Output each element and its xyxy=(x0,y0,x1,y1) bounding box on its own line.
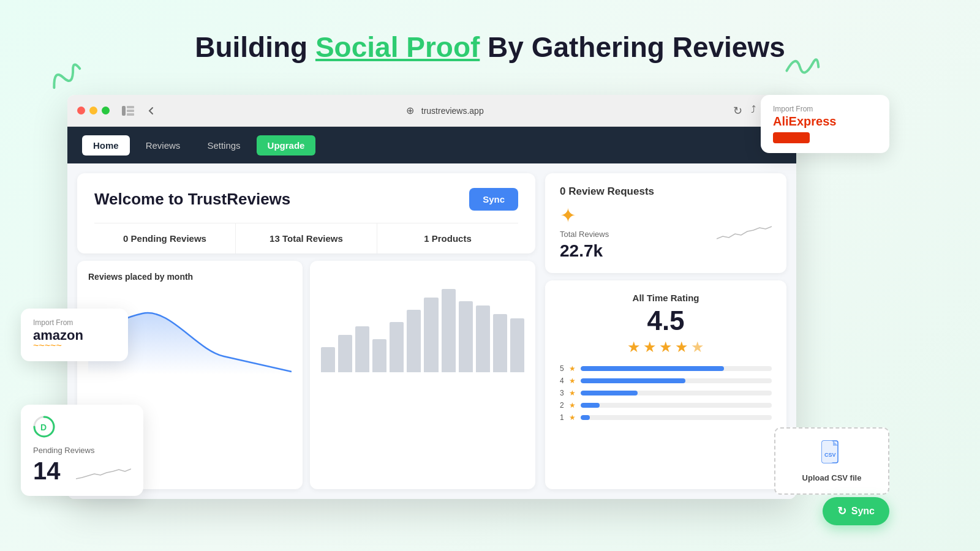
sync-float-icon: ↻ xyxy=(837,504,846,518)
line-chart-title: Reviews placed by month xyxy=(88,272,292,282)
bar-level-4: 4 xyxy=(560,377,564,385)
aliexpress-import-card[interactable]: Import From AliExpress xyxy=(761,95,889,153)
aliexpress-btn xyxy=(773,132,810,143)
svg-rect-2 xyxy=(127,110,134,112)
rating-label: All Time Rating xyxy=(560,293,772,303)
bar-fill-1 xyxy=(581,415,590,420)
sync-float-button[interactable]: ↻ Sync xyxy=(823,497,889,525)
star-5-half: ★ xyxy=(691,339,704,356)
bar-1 xyxy=(321,347,335,372)
browser-back-icon[interactable] xyxy=(146,106,156,116)
welcome-title: Welcome to TrustReviews xyxy=(94,190,290,209)
rating-bar-5: 5 ★ xyxy=(560,364,772,373)
star-icon-5: ★ xyxy=(569,364,576,373)
star-1: ★ xyxy=(627,339,641,356)
rating-card: All Time Rating 4.5 ★ ★ ★ ★ ★ 5 ★ xyxy=(545,280,786,489)
bar-chart-title xyxy=(321,272,524,282)
bar-chart-card xyxy=(310,261,535,489)
rating-bar-1: 1 ★ xyxy=(560,413,772,422)
pending-reviews-value: 14 xyxy=(33,457,61,485)
charts-row: Reviews placed by month xyxy=(77,261,535,489)
bar-4 xyxy=(372,339,386,372)
bar-8 xyxy=(442,289,456,372)
rating-bar-2: 2 ★ xyxy=(560,401,772,410)
bar-track-4 xyxy=(581,378,772,383)
browser-sidebar-icon[interactable] xyxy=(122,106,134,116)
svg-text:CSV: CSV xyxy=(824,452,836,458)
star-4: ★ xyxy=(675,339,688,356)
bar-10 xyxy=(476,305,490,372)
tl-red[interactable] xyxy=(77,107,85,114)
amazon-import-label: Import From xyxy=(33,318,116,327)
rating-bar-4: 4 ★ xyxy=(560,377,772,385)
bar-9 xyxy=(459,301,473,372)
stars-display: ★ ★ ★ ★ ★ xyxy=(560,339,772,356)
bar-track-1 xyxy=(581,415,772,420)
rating-bar-3: 3 ★ xyxy=(560,389,772,397)
bar-level-3: 3 xyxy=(560,389,564,397)
bar-7 xyxy=(424,298,438,372)
stat-products: 1 Products xyxy=(377,223,518,253)
review-requests-card: 0 Review Requests ✦ Total Reviews 22.7k xyxy=(545,173,786,273)
csv-icon: CSV xyxy=(786,440,877,468)
bar-fill-2 xyxy=(581,403,600,408)
tl-yellow[interactable] xyxy=(89,107,97,114)
bar-fill-3 xyxy=(581,391,638,395)
hero-title: Building Social Proof By Gathering Revie… xyxy=(0,31,980,64)
sync-float-label: Sync xyxy=(851,506,875,517)
nav-upgrade[interactable]: Upgrade xyxy=(257,135,316,156)
amazon-import-card[interactable]: Import From amazon ~~~~~ xyxy=(21,309,128,361)
star-icon-3: ★ xyxy=(569,389,576,397)
csv-upload-label: Upload CSV file xyxy=(786,473,877,482)
rating-value: 4.5 xyxy=(560,305,772,336)
bar-2 xyxy=(338,335,352,372)
bar-level-1: 1 xyxy=(560,413,564,422)
bar-5 xyxy=(390,322,404,372)
bar-12 xyxy=(510,318,524,372)
bar-6 xyxy=(407,310,421,372)
refresh-icon[interactable]: ↻ xyxy=(733,104,742,118)
aliexpress-import-label: Import From xyxy=(773,105,877,113)
stat-pending: 0 Pending Reviews xyxy=(94,223,236,253)
total-reviews-label: Total Reviews xyxy=(560,230,609,239)
star-icon-2: ★ xyxy=(569,401,576,410)
csv-upload-card[interactable]: CSV Upload CSV file xyxy=(774,427,889,495)
bar-level-5: 5 xyxy=(560,364,564,373)
pending-reviews-card: D Pending Reviews 14 xyxy=(21,405,143,496)
total-reviews-section: ✦ Total Reviews 22.7k xyxy=(560,204,609,261)
bar-level-2: 2 xyxy=(560,401,564,410)
pending-reviews-label: Pending Reviews xyxy=(33,446,131,455)
browser-url-bar[interactable]: ⊕ trustreviews.app xyxy=(164,105,726,116)
main-content: Welcome to TrustReviews Sync 0 Pending R… xyxy=(67,163,796,499)
sync-button[interactable]: Sync xyxy=(469,188,518,211)
star-icon-1: ★ xyxy=(569,413,576,422)
right-panel: 0 Review Requests ✦ Total Reviews 22.7k … xyxy=(545,173,786,489)
star-icon-4: ★ xyxy=(569,377,576,385)
bar-3 xyxy=(355,326,369,372)
review-requests-heading: 0 Review Requests xyxy=(560,186,772,198)
nav-home[interactable]: Home xyxy=(82,135,130,156)
bar-fill-5 xyxy=(581,366,724,371)
rating-bars: 5 ★ 4 ★ 3 ★ xyxy=(560,364,772,422)
pending-icon: D xyxy=(33,416,131,442)
browser-chrome: ⊕ trustreviews.app ↻ ⤴ + ⧉ xyxy=(67,95,796,127)
svg-text:D: D xyxy=(40,422,47,432)
traffic-lights xyxy=(77,107,110,114)
svg-rect-3 xyxy=(127,113,134,116)
bar-fill-4 xyxy=(581,378,686,383)
svg-rect-1 xyxy=(127,106,134,108)
nav-settings[interactable]: Settings xyxy=(196,135,251,156)
reviews-sparkline xyxy=(717,222,772,244)
nav-bar: Home Reviews Settings Upgrade xyxy=(67,127,796,163)
nav-reviews[interactable]: Reviews xyxy=(135,135,192,156)
aliexpress-logo: AliExpress xyxy=(773,114,877,129)
stat-total-reviews: 13 Total Reviews xyxy=(236,223,377,253)
stats-row: 0 Pending Reviews 13 Total Reviews 1 Pro… xyxy=(94,223,518,253)
star-3: ★ xyxy=(659,339,673,356)
bar-11 xyxy=(493,314,507,372)
left-panel: Welcome to TrustReviews Sync 0 Pending R… xyxy=(77,173,535,489)
tl-green[interactable] xyxy=(102,107,110,114)
bar-track-5 xyxy=(581,366,772,371)
svg-rect-0 xyxy=(122,106,126,116)
share-icon[interactable]: ⤴ xyxy=(751,104,756,118)
